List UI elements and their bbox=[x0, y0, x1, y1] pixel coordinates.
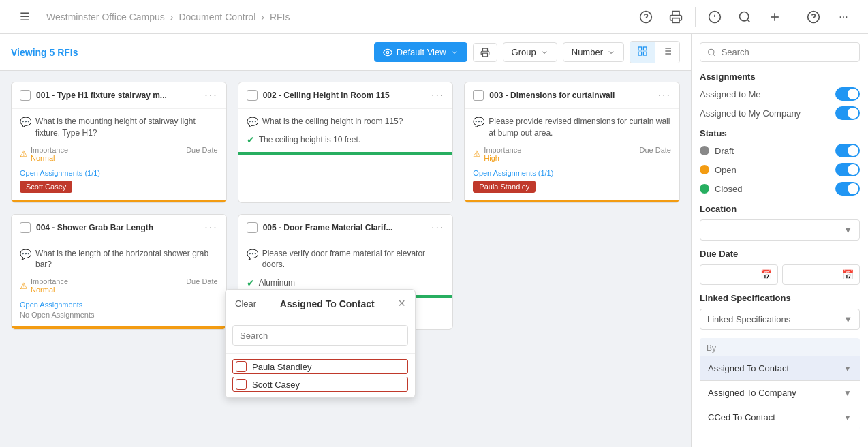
default-view-button[interactable]: Default View bbox=[374, 42, 467, 62]
card-004-checkbox[interactable] bbox=[20, 222, 31, 233]
by-assigned-contact-chevron: ▼ bbox=[843, 364, 852, 373]
dropdown-close-button[interactable]: × bbox=[398, 296, 405, 311]
default-view-label: Default View bbox=[397, 47, 446, 57]
by-assigned-contact[interactable]: Assigned To Contact ▼ bbox=[700, 356, 860, 380]
card-002-footer bbox=[238, 152, 453, 155]
card-005-checkbox[interactable] bbox=[247, 222, 258, 233]
date-from-input[interactable]: 📅 bbox=[700, 264, 778, 285]
chat-icon-005: 💬 bbox=[247, 249, 258, 260]
sidebar-search-input[interactable] bbox=[722, 47, 852, 57]
contact-checkbox-paula[interactable] bbox=[236, 361, 247, 372]
list-view-button[interactable] bbox=[655, 42, 679, 63]
card-001-menu[interactable]: ··· bbox=[204, 89, 217, 102]
card-003-desc: Please provide revised dimensions for cu… bbox=[489, 116, 671, 139]
location-select[interactable]: ▼ bbox=[700, 219, 860, 241]
linked-spec-select[interactable]: Linked Specifications ▼ bbox=[700, 309, 860, 330]
linked-spec-chevron-icon: ▼ bbox=[843, 314, 852, 324]
card-003-message: 💬 Please provide revised dimensions for … bbox=[473, 116, 671, 139]
breadcrumb-rfis[interactable]: RFIs bbox=[270, 12, 290, 22]
card-003: 003 - Dimensions for curtainwall ··· 💬 P… bbox=[464, 82, 680, 203]
breadcrumb-document-control[interactable]: Document Control bbox=[179, 12, 255, 22]
open-toggle[interactable] bbox=[835, 163, 860, 176]
card-004-menu[interactable]: ··· bbox=[204, 221, 217, 234]
by-cced-contact[interactable]: CCed To Contact ▼ bbox=[700, 405, 860, 429]
open-dot bbox=[700, 165, 709, 174]
card-001-header: 001 - Type H1 fixture stairway m... ··· bbox=[12, 82, 226, 109]
search-button[interactable] bbox=[731, 3, 758, 31]
card-002-checkbox[interactable] bbox=[247, 90, 258, 101]
contact-checkbox-scott[interactable] bbox=[236, 379, 247, 390]
info-button[interactable] bbox=[701, 3, 728, 31]
card-004-meta: ⚠ Importance Normal Due Date bbox=[20, 277, 218, 294]
assigned-to-company-toggle[interactable] bbox=[835, 106, 860, 120]
svg-rect-14 bbox=[638, 47, 642, 50]
search-icon bbox=[707, 48, 716, 57]
draft-toggle[interactable] bbox=[835, 144, 860, 157]
importance-label-003: Importance bbox=[484, 146, 521, 154]
view-toggle bbox=[630, 41, 680, 63]
card-004-footer bbox=[12, 326, 226, 329]
dropdown-clear-button[interactable]: Clear bbox=[235, 298, 256, 309]
dropdown-item-paula[interactable]: Paula Standley bbox=[232, 359, 408, 374]
assigned-to-me-toggle[interactable] bbox=[835, 87, 860, 101]
svg-rect-17 bbox=[643, 52, 647, 55]
card-004-title: 004 - Shower Grab Bar Length bbox=[36, 223, 199, 232]
closed-dot bbox=[700, 184, 709, 194]
svg-point-12 bbox=[386, 51, 389, 54]
card-001-desc: What is the mounting height of stairway … bbox=[35, 116, 218, 139]
date-to-input[interactable]: 📅 bbox=[782, 264, 861, 285]
number-button[interactable]: Number bbox=[563, 42, 624, 62]
dropdown-item-scott[interactable]: Scott Casey bbox=[232, 377, 408, 392]
status-closed-row: Closed bbox=[700, 182, 860, 196]
card-003-footer bbox=[465, 200, 679, 202]
closed-toggle[interactable] bbox=[835, 182, 860, 196]
due-date-label-003: Due Date bbox=[640, 146, 671, 154]
importance-value-003: High bbox=[484, 154, 521, 162]
assignments-link[interactable]: Open Assignments (1/1) bbox=[20, 169, 100, 177]
card-003-checkbox[interactable] bbox=[473, 90, 484, 101]
card-005-menu[interactable]: ··· bbox=[431, 221, 444, 234]
card-005-body: 💬 Please verify door frame material for … bbox=[238, 241, 453, 296]
sidebar: Assignments Assigned to Me Assigned to M… bbox=[691, 34, 868, 447]
add-button[interactable] bbox=[761, 3, 788, 31]
group-button[interactable]: Group bbox=[503, 42, 557, 62]
more-button[interactable]: ··· bbox=[830, 3, 857, 31]
dropdown-search-input[interactable] bbox=[232, 325, 408, 346]
by-assigned-company[interactable]: Assigned To Company ▼ bbox=[700, 380, 860, 405]
card-001-title: 001 - Type H1 fixture stairway m... bbox=[36, 91, 199, 100]
due-date-label: Due Date bbox=[186, 146, 217, 154]
card-003-assignments: Open Assignments (1/1) Paula Standley bbox=[473, 168, 671, 193]
card-002-menu[interactable]: ··· bbox=[431, 89, 444, 102]
card-004: 004 - Shower Grab Bar Length ··· 💬 What … bbox=[11, 214, 227, 330]
print-button[interactable] bbox=[662, 3, 689, 31]
draft-label: Draft bbox=[715, 146, 830, 156]
card-003-menu[interactable]: ··· bbox=[658, 89, 671, 102]
help-circle-button[interactable] bbox=[632, 3, 660, 31]
card-002-message: 💬 What is the ceiling height in room 115… bbox=[247, 116, 445, 127]
dropdown-search bbox=[226, 318, 415, 354]
breadcrumb-campus[interactable]: Westminster Office Campus bbox=[46, 12, 165, 22]
card-005-desc: Please verify door frame material for el… bbox=[262, 248, 445, 271]
question-button[interactable] bbox=[800, 3, 827, 31]
card-002: 002 - Ceiling Height in Room 115 ··· 💬 W… bbox=[238, 82, 454, 203]
assignments-link-004[interactable]: Open Assignments bbox=[20, 300, 82, 309]
due-date: Due Date bbox=[186, 146, 217, 162]
print-toolbar-button[interactable] bbox=[473, 43, 497, 62]
card-001: 001 - Type H1 fixture stairway m... ··· … bbox=[11, 82, 227, 203]
menu-button[interactable]: ☰ bbox=[11, 3, 38, 31]
card-001-checkbox[interactable] bbox=[20, 90, 31, 101]
due-date-003: Due Date bbox=[640, 146, 671, 162]
svg-rect-15 bbox=[643, 47, 647, 50]
assignments-link-003[interactable]: Open Assignments (1/1) bbox=[473, 169, 553, 177]
card-001-meta: ⚠ Importance Normal Due Date bbox=[20, 146, 218, 162]
chat-icon: 💬 bbox=[20, 117, 31, 127]
card-005-title: 005 - Door Frame Material Clarif... bbox=[263, 223, 426, 232]
by-assigned-company-chevron: ▼ bbox=[843, 388, 852, 398]
importance-label: Importance bbox=[31, 146, 68, 154]
importance-icon-003: ⚠ bbox=[473, 149, 481, 159]
grid-view-button[interactable] bbox=[630, 42, 655, 63]
importance-label-004: Importance bbox=[31, 277, 68, 286]
svg-point-24 bbox=[709, 49, 714, 55]
breadcrumb-sep1: › bbox=[170, 12, 174, 22]
check-icon-002: ✔ bbox=[247, 134, 255, 145]
